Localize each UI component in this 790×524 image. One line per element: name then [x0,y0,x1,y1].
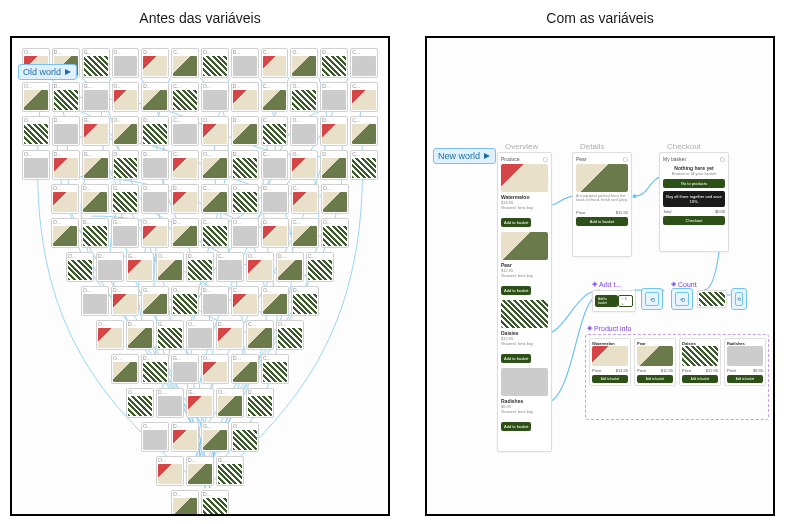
prototype-frame[interactable]: D... [96,252,124,282]
prototype-frame[interactable]: O... [171,490,199,516]
prototype-frame[interactable]: O... [112,82,140,112]
prototype-frame[interactable]: C... [350,48,378,78]
prototype-frame[interactable]: C... [261,116,289,146]
prototype-frame[interactable]: O... [141,422,169,452]
prototype-frame[interactable]: D... [81,184,109,214]
prototype-frame[interactable]: O... [290,48,318,78]
prototype-frame[interactable]: G... [156,320,184,350]
prototype-frame[interactable]: O... [51,218,79,248]
product-card[interactable]: Radishes$9.95Growers' best buyAdd to bas… [501,368,548,432]
prototype-frame[interactable]: D... [186,252,214,282]
add-to-basket-button[interactable]: Add to basket [501,286,531,295]
add-to-basket-button[interactable]: Add to basket [576,217,628,226]
prototype-frame[interactable]: D... [320,82,348,112]
old-world-badge[interactable]: Old world [18,64,77,80]
add-button[interactable]: Add to basket [595,295,618,307]
prototype-frame[interactable]: O... [126,388,154,418]
prototype-frame[interactable]: O... [290,150,318,180]
prototype-frame[interactable]: O... [201,150,229,180]
prototype-frame[interactable]: G... [111,218,139,248]
info-add-button[interactable]: Add to basket [682,375,718,383]
variable-node-count-a[interactable]: ⟲ [671,288,693,310]
prototype-frame[interactable]: D... [52,82,80,112]
prototype-frame[interactable]: D... [186,456,214,486]
product-card[interactable]: Daisies$12.95Growers' best buyAdd to bas… [501,300,548,364]
count-component[interactable] [697,290,727,308]
prototype-frame[interactable]: D... [126,320,154,350]
prototype-frame[interactable]: C... [201,218,229,248]
prototype-frame[interactable]: D... [320,48,348,78]
new-world-badge[interactable]: New world [433,148,496,164]
prototype-frame[interactable]: D... [320,116,348,146]
prototype-frame[interactable]: D... [201,286,229,316]
prototype-frame[interactable]: D... [291,286,319,316]
info-card[interactable]: WatermelonPrice$14.95Add to basket [589,338,631,386]
prototype-frame[interactable]: G... [82,150,110,180]
prototype-frame[interactable]: D... [201,490,229,516]
prototype-frame[interactable]: C... [201,184,229,214]
prototype-frame[interactable]: O... [22,150,50,180]
prototype-frame[interactable]: C... [231,286,259,316]
prototype-frame[interactable]: C... [350,116,378,146]
prototype-frame[interactable]: D... [141,116,169,146]
details-frame[interactable]: Pear ▢ A crisp pear picked from the loca… [572,152,632,257]
prototype-frame[interactable]: D... [171,218,199,248]
checkout-button[interactable]: Checkout [663,216,725,225]
prototype-frame[interactable]: D... [141,150,169,180]
prototype-frame[interactable]: O... [201,82,229,112]
prototype-frame[interactable]: O... [231,422,259,452]
info-add-button[interactable]: Add to basket [592,375,628,383]
prototype-frame[interactable]: D... [231,354,259,384]
prototype-frame[interactable]: O... [112,48,140,78]
prototype-frame[interactable]: O... [201,116,229,146]
prototype-frame[interactable]: O... [96,320,124,350]
prototype-frame[interactable]: D... [231,48,259,78]
info-add-button[interactable]: Add to basket [727,375,763,383]
info-card[interactable]: DaisiesPrice$12.95Add to basket [679,338,721,386]
overview-frame[interactable]: Produce ▢ Watermelon$14.95Growers' best … [497,152,552,452]
add-to-basket-button[interactable]: Add to basket [501,354,531,363]
prototype-frame[interactable]: C... [261,82,289,112]
prototype-frame[interactable]: O... [216,388,244,418]
prototype-frame[interactable]: C... [261,354,289,384]
prototype-frame[interactable]: G... [111,184,139,214]
prototype-frame[interactable]: D... [52,116,80,146]
prototype-frame[interactable]: O... [246,252,274,282]
prototype-frame[interactable]: D... [261,184,289,214]
prototype-frame[interactable]: O... [141,218,169,248]
prototype-frame[interactable]: O... [201,354,229,384]
prototype-frame[interactable]: G... [141,286,169,316]
prototype-frame[interactable]: G... [171,354,199,384]
prototype-frame[interactable]: O... [186,320,214,350]
variable-node-count-b[interactable]: ⟲ [731,288,747,310]
add-to-basket-button[interactable]: Add to basket [501,422,531,431]
prototype-frame[interactable]: O... [321,184,349,214]
prototype-frame[interactable]: G... [216,456,244,486]
prototype-frame[interactable]: C... [291,218,319,248]
prototype-frame[interactable]: D... [246,388,274,418]
prototype-frame[interactable]: G... [201,422,229,452]
prototype-frame[interactable]: O... [261,286,289,316]
prototype-frame[interactable]: C... [171,116,199,146]
prototype-frame[interactable]: D... [156,388,184,418]
prototype-frame[interactable]: D... [141,354,169,384]
stepper[interactable]: − 1 + [618,295,633,307]
prototype-frame[interactable]: D... [261,218,289,248]
checkout-frame[interactable]: My basket ▢ Nothing here yet Browse to f… [659,152,729,252]
prototype-frame[interactable]: O... [276,320,304,350]
prototype-frame[interactable]: O... [112,116,140,146]
prototype-frame[interactable]: C... [171,150,199,180]
prototype-frame[interactable]: G... [82,48,110,78]
prototype-frame[interactable]: D... [111,286,139,316]
prototype-frame[interactable]: C... [246,320,274,350]
prototype-frame[interactable]: C... [350,82,378,112]
prototype-frame[interactable]: O... [51,184,79,214]
prototype-frame[interactable]: D... [52,150,80,180]
prototype-frame[interactable]: C... [171,82,199,112]
prototype-frame[interactable]: D... [320,150,348,180]
prototype-frame[interactable]: C... [216,252,244,282]
prototype-frame[interactable]: G... [186,388,214,418]
prototype-frame[interactable]: D... [231,82,259,112]
prototype-frame[interactable]: C... [306,252,334,282]
add-to-basket-button[interactable]: Add to basket [501,218,531,227]
